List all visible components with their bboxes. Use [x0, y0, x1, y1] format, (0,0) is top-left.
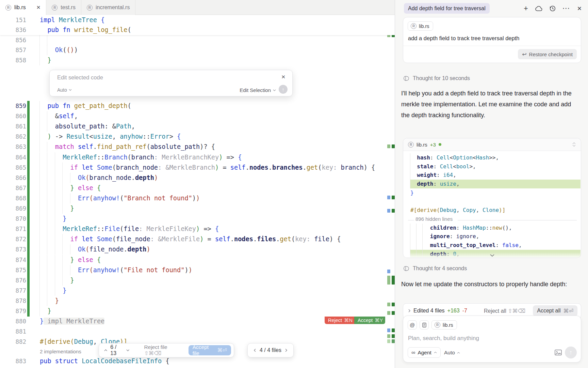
model-selector[interactable]: Auto [444, 350, 460, 356]
diff-code-line: } [403, 188, 581, 197]
file-review-toolbar: 6 / 13 Reject file ⇧⌘⌫ Accept file⌘⏎ [99, 343, 234, 357]
diff-code-line: #[derive(Debug, Copy, Clone)] [403, 206, 581, 215]
accept-file-button[interactable]: Accept file⌘⏎ [189, 345, 231, 355]
code-line-871[interactable]: 871 MerkleRef::File(file: MerkleFileKey)… [0, 224, 395, 234]
diff-code-line: multi_root_top_level: false, [403, 241, 581, 250]
file-chip[interactable]: Rlib.rs [408, 21, 433, 31]
code-line-883[interactable]: 883pub struct LocalCodebaseFileInfo { [0, 356, 395, 366]
edited-files-label: Edited 4 files [413, 308, 445, 314]
code-line-879[interactable]: 879 } [0, 306, 395, 316]
added-count: +163 [447, 308, 460, 314]
code-line-867[interactable]: 867 } else { [0, 183, 395, 193]
file-position: 4 / 4 files [260, 347, 281, 353]
prev-file-icon[interactable] [254, 348, 256, 352]
assistant-paragraph: I'll help you add a depth field to track… [401, 88, 573, 121]
close-panel-icon[interactable]: ✕ [577, 5, 582, 12]
user-message-card[interactable]: Rlib.rs add a depth field to track tree … [403, 17, 581, 63]
expand-icon[interactable] [572, 142, 576, 147]
code-editor: 856857 Ok(())858 }859 pub fn get_path_de… [0, 0, 395, 368]
diff-card-body: hash: Cell<Option<Hash>>, stale: Cell<bo… [403, 151, 581, 258]
code-line-857[interactable]: 857 Ok(()) [0, 45, 395, 55]
code-line-856[interactable]: 856 [0, 35, 395, 45]
code-diff-card[interactable]: R lib.rs +3 hash: Cell<Option<Hash>>, st… [403, 138, 581, 258]
tab-lib.rs[interactable]: Rlib.rs✕ [0, 0, 46, 15]
code-line-873[interactable]: 873 Ok(file_node.depth) [0, 244, 395, 255]
tab-incremental.rs[interactable]: Rincremental.rs [81, 0, 135, 15]
diff-card-header[interactable]: R lib.rs +3 [403, 138, 581, 151]
code-line-876[interactable]: 876 } [0, 275, 395, 286]
code-line-860[interactable]: 860 &self, [0, 111, 395, 121]
code-line-878[interactable]: 878 } [0, 296, 395, 306]
close-icon[interactable]: ✕ [281, 74, 285, 80]
agent-mode-selector[interactable]: ∞Agent [408, 347, 441, 358]
code-line-858[interactable]: 858 } [0, 55, 395, 65]
accept-hunk-button[interactable]: Accept⌘Y [354, 317, 385, 324]
code-line-862[interactable]: 862 ) -> Result<usize, anyhow::Error> { [0, 132, 395, 142]
mention-button[interactable]: @ [408, 320, 417, 329]
diff-code-line: stale: Cell<bool>, [403, 162, 581, 171]
diff-code-line: hash: Cell<Option<Hash>>, [403, 153, 581, 162]
code-line-836[interactable]: 836 pub fn write_log_file( [0, 25, 395, 35]
code-line-875[interactable]: 875 Err(anyhow!("File not found")) [0, 265, 395, 275]
code-lines: 856857 Ok(())858 }859 pub fn get_path_de… [0, 0, 395, 368]
added-lines-count: +3 [430, 142, 436, 148]
restore-checkpoint-button[interactable]: ↩Restore checkpoint [518, 49, 577, 59]
cloud-icon[interactable] [535, 6, 542, 11]
expand-edits-icon[interactable] [408, 309, 411, 313]
agent-panel: Add depth field for tree traversal + ···… [395, 0, 588, 368]
brain-icon [403, 266, 410, 271]
tab-bar: Rlib.rs✕Rtest.rsRincremental.rs [0, 0, 395, 15]
code-line-872[interactable]: 872 if let Some(file_node: &MerkleFile) … [0, 234, 395, 244]
image-attach-icon[interactable] [555, 350, 562, 355]
inline-assist-input[interactable]: Edit selected code [57, 74, 103, 81]
prev-hunk-icon[interactable] [104, 349, 108, 352]
code-line-868[interactable]: 868 Err(anyhow!("Branch not found")) [0, 193, 395, 203]
code-line-866[interactable]: 866 Ok(branch_node.depth) [0, 173, 395, 183]
file-chip[interactable]: Rlib.rs [431, 320, 457, 329]
code-lens[interactable]: 2 implementations [40, 347, 81, 356]
code-line-865[interactable]: 865 if let Some(branch_node: &MerkleBran… [0, 163, 395, 173]
code-line-877[interactable]: 877 } [0, 286, 395, 296]
code-line-869[interactable]: 869 } [0, 203, 395, 214]
code-line-151[interactable]: 151impl MerkleTree { [0, 15, 395, 25]
thought-row[interactable]: Thought for 10 seconds [403, 75, 470, 81]
user-message: add a depth field to track tree traversa… [408, 35, 519, 42]
code-line-864[interactable]: 864 MerkleRef::Branch(branch: MerkleBran… [0, 152, 395, 163]
reject-file-button[interactable]: Reject file ⇧⌘⌫ [144, 344, 184, 356]
tab-test.rs[interactable]: Rtest.rs [46, 0, 81, 15]
model-selector[interactable]: Auto [57, 87, 72, 93]
diff-code-line: children: HashMap::new(), [403, 224, 581, 232]
edit-selection-button[interactable]: Edit Selection [240, 87, 276, 93]
accept-all-button[interactable]: Accept all⌘⏎ [533, 305, 577, 316]
next-file-icon[interactable] [285, 348, 288, 352]
new-thread-icon[interactable]: + [524, 4, 528, 13]
assistant-paragraph: Now let me update the constructors to pr… [401, 279, 573, 290]
message-composer[interactable]: @ Rlib.rs Plan, search, build anything ∞… [403, 316, 581, 363]
rust-file-icon: R [87, 5, 93, 11]
scroll-down-icon[interactable] [490, 254, 495, 257]
document-icon [422, 323, 426, 327]
hidden-lines-separator[interactable]: 896 hidden lines [403, 215, 581, 224]
submit-inline-assist-button[interactable]: ↑ [279, 85, 288, 94]
reject-hunk-button[interactable]: Reject⌘N [325, 317, 354, 324]
history-icon[interactable] [549, 5, 556, 12]
send-button[interactable]: ↑ [565, 347, 577, 358]
close-tab-icon[interactable]: ✕ [36, 4, 41, 11]
reject-all-button[interactable]: Reject all ⇧⌘⌫ [484, 308, 525, 314]
thread-title-badge[interactable]: Add depth field for tree traversal [404, 3, 490, 14]
more-menu-icon[interactable]: ··· [563, 5, 570, 12]
attach-file-button[interactable] [420, 320, 429, 329]
next-hunk-icon[interactable] [126, 349, 130, 352]
removed-count: -7 [462, 308, 467, 314]
code-line-881[interactable]: 881 [0, 326, 395, 337]
code-line-859[interactable]: 859 pub fn get_path_depth( [0, 101, 395, 111]
code-line-874[interactable]: 874 } else { [0, 255, 395, 265]
composer-input[interactable]: Plan, search, build anything [408, 335, 479, 342]
code-line-870[interactable]: 870 } [0, 214, 395, 224]
hunk-position: 6 / 13 [110, 344, 123, 356]
thought-row[interactable]: Thought for 4 seconds [403, 265, 467, 272]
code-line-861[interactable]: 861 absolute_path: &Path, [0, 121, 395, 132]
code-line-863[interactable]: 863 match self.find_path_ref(absolute_pa… [0, 142, 395, 152]
file-navigator: 4 / 4 files [247, 343, 294, 357]
modified-dot [439, 143, 441, 146]
